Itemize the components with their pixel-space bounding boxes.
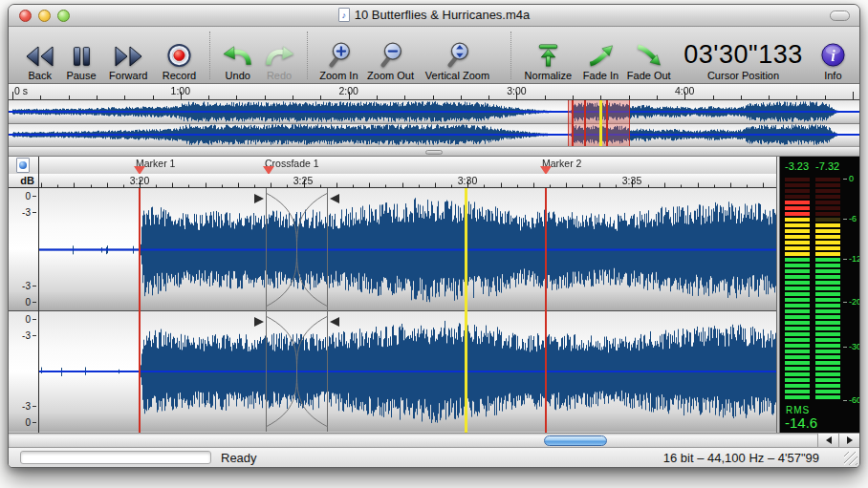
db-scale-label: 0 <box>25 297 36 308</box>
led-meter-canvas <box>785 178 840 403</box>
scrollbar-thumb[interactable] <box>544 435 607 446</box>
peak-readout: -3.23 -7.32 <box>785 160 839 172</box>
crossfade-right-handle-icon <box>330 317 339 327</box>
left-arrow-icon <box>826 436 832 444</box>
cursor-position-label: Cursor Position <box>707 70 779 81</box>
record-button[interactable]: Record <box>156 30 203 81</box>
toolbar-separator <box>510 32 511 79</box>
redo-button[interactable]: Redo <box>258 30 299 81</box>
db-scale-label: 0 <box>25 191 36 202</box>
overview-ruler-label: 0 s <box>14 85 28 96</box>
peak-left-value: -3.23 <box>785 160 809 172</box>
db-scale-label: -3 <box>22 207 36 218</box>
crossfade-left-handle-icon <box>254 317 264 327</box>
gutter-scale-ch1: 0-3-30 <box>9 188 38 311</box>
scrollbar-arrows <box>817 434 859 447</box>
fade-out-button[interactable]: Fade Out <box>623 30 674 81</box>
rms-value: -14.6 <box>785 414 817 431</box>
overview-ruler-label: 1:00 <box>171 85 190 96</box>
progress-bar <box>20 451 211 464</box>
vertical-zoom-icon <box>444 40 471 68</box>
status-text: Ready <box>221 451 257 465</box>
meter-scale-label: -60 <box>843 395 860 405</box>
crossfade-left-handle-icon <box>254 194 264 203</box>
desktop: ♪ 10 Butterflies & Hurricanes.m4a Back P… <box>0 0 868 488</box>
scroll-right-button[interactable] <box>838 434 859 447</box>
window-title: ♪ 10 Butterflies & Hurricanes.m4a <box>9 8 859 22</box>
pane-splitter[interactable] <box>9 146 859 157</box>
audio-document-icon: ♪ <box>338 8 350 22</box>
db-scale-label: 0 <box>25 417 36 428</box>
editor-ruler-ticks <box>39 174 776 188</box>
info-button[interactable]: i Info <box>813 30 854 81</box>
back-icon <box>25 40 55 68</box>
cursor-position-display: 03'30"133 Cursor Position <box>674 30 812 81</box>
crossfade-right-handle-icon <box>330 194 339 203</box>
overview-waveform-canvas <box>9 100 860 146</box>
overview-cursor-line <box>584 100 586 146</box>
undo-icon <box>222 40 253 68</box>
crossfade-overlay-ch1[interactable] <box>251 188 342 311</box>
db-scale-label: -3 <box>22 330 36 341</box>
horizontal-scrollbar[interactable] <box>9 433 859 447</box>
record-icon <box>166 40 192 68</box>
back-button[interactable]: Back <box>18 30 61 81</box>
scroll-left-button[interactable] <box>817 434 838 447</box>
zoom-in-icon <box>325 40 353 68</box>
toolbar-separator <box>307 32 308 79</box>
fade-in-button[interactable]: Fade In <box>578 30 623 81</box>
zoom-out-icon <box>377 40 404 68</box>
splitter-grip[interactable] <box>425 150 443 155</box>
titlebar[interactable]: ♪ 10 Butterflies & Hurricanes.m4a <box>9 5 859 27</box>
db-scale-label: 0 <box>25 314 36 325</box>
waveform-canvas-ch2 <box>39 311 776 432</box>
vertical-zoom-button[interactable]: Vertical Zoom <box>418 30 497 81</box>
db-scale-label: -3 <box>22 401 36 412</box>
editor-pane: dB 0-3-30 0-3-30 Marker 1Crossfade 1Mark… <box>9 157 859 433</box>
zoom-out-button[interactable]: Zoom Out <box>363 30 418 81</box>
waveform-channel-1[interactable] <box>39 188 776 311</box>
undo-button[interactable]: Undo <box>217 30 258 81</box>
marker-strip[interactable]: Marker 1Crossfade 1Marker 2 <box>39 157 776 174</box>
meter-scale-label: 0 <box>843 174 860 183</box>
normalize-icon <box>534 40 562 68</box>
audio-file-icon[interactable] <box>16 158 30 173</box>
window-title-text: 10 Butterflies & Hurricanes.m4a <box>355 8 531 22</box>
editor-ruler-label: 3:35 <box>622 175 641 186</box>
gutter-marker-strip <box>9 157 38 174</box>
crossfade-overlay-ch2[interactable] <box>251 311 342 432</box>
cursor-position-value: 03'30"133 <box>684 40 802 69</box>
zoom-in-button[interactable]: Zoom In <box>315 30 363 81</box>
toolbar-toggle-pill[interactable] <box>830 11 850 21</box>
overview-ruler-label: 4:00 <box>675 85 694 96</box>
right-arrow-icon <box>847 436 853 444</box>
meter-scale-label: -12 <box>843 254 860 264</box>
waveform-channel-2[interactable] <box>39 311 776 432</box>
overview-ruler-label: 3:00 <box>507 85 526 96</box>
peak-right-value: -7.32 <box>815 160 839 172</box>
resize-grip[interactable] <box>844 452 857 465</box>
db-scale-label: -3 <box>22 281 36 291</box>
svg-text:i: i <box>831 46 835 64</box>
meter-scale-label: -30 <box>843 342 860 351</box>
meter-scale-label: -6 <box>843 214 860 223</box>
forward-button[interactable]: Forward <box>101 30 156 81</box>
db-unit-label: dB <box>9 174 38 188</box>
editor-ruler-label: 3:30 <box>458 175 477 186</box>
overview-cursor-line <box>606 100 608 146</box>
fade-in-icon <box>587 40 615 68</box>
scale-gutter: dB 0-3-30 0-3-30 <box>9 157 39 433</box>
overview-waveform[interactable] <box>9 100 859 146</box>
overview-ruler-label: 2:00 <box>338 85 358 96</box>
status-bar: Ready 16 bit – 44,100 Hz – 4'57"99 <box>9 447 859 467</box>
forward-icon <box>113 40 143 68</box>
meter-scale-label: -20 <box>843 297 860 307</box>
pause-icon <box>68 40 95 68</box>
redo-icon <box>264 40 295 68</box>
normalize-button[interactable]: Normalize <box>518 30 578 81</box>
editor-ruler[interactable]: 3:203:253:303:35 <box>39 174 776 188</box>
app-window: ♪ 10 Butterflies & Hurricanes.m4a Back P… <box>8 4 860 468</box>
pause-button[interactable]: Pause <box>61 30 100 81</box>
overview-ruler[interactable]: 0 s1:002:003:004:00 <box>9 84 859 100</box>
fade-out-icon <box>635 40 662 68</box>
